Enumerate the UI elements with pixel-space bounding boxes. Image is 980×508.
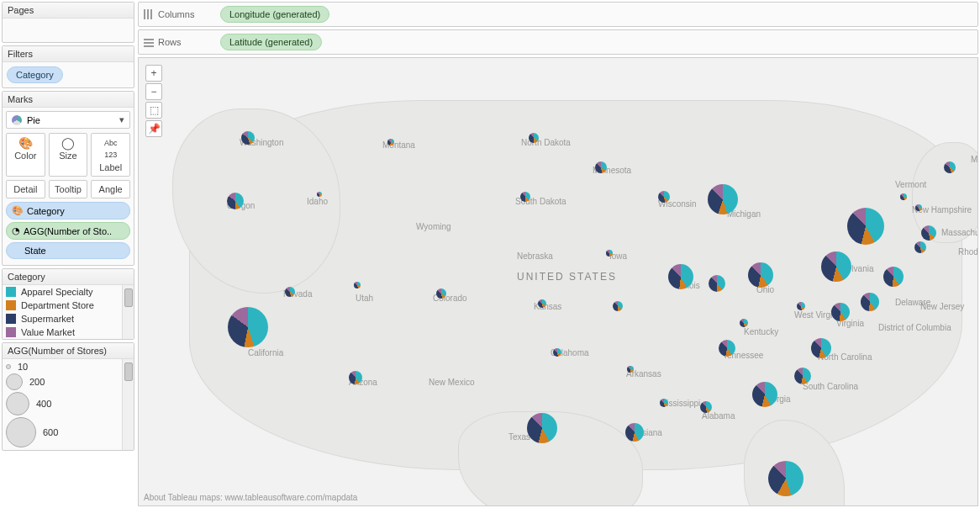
marks-card: Marks Pie ▾ 🎨Color ◯Size Abc123Label Det… — [2, 91, 134, 266]
pie-mark[interactable] — [660, 399, 668, 407]
columns-icon — [144, 9, 154, 19]
pie-mark[interactable] — [921, 225, 936, 241]
columns-pill[interactable]: Longitude (generated) — [220, 6, 329, 23]
mark-pill-color-category[interactable]: 🎨Category — [6, 202, 130, 220]
size-legend-item: 200 — [6, 373, 119, 391]
pie-mark[interactable] — [354, 282, 361, 288]
pie-mark[interactable] — [553, 348, 561, 357]
map-viz[interactable]: UNITED STATES WashingtonMontanaNorth Dak… — [138, 57, 978, 506]
legend-item[interactable]: Value Market — [3, 325, 122, 339]
pie-mark[interactable] — [613, 301, 623, 311]
pie-mark[interactable] — [900, 193, 907, 200]
pie-mark[interactable] — [752, 382, 777, 407]
filters-header: Filters — [3, 46, 134, 62]
map-state-label: New Mexico — [429, 378, 474, 387]
map-state-label: Maine — [971, 155, 978, 164]
zoom-out-button[interactable]: − — [145, 83, 162, 100]
pie-mark[interactable] — [797, 302, 805, 310]
pie-mark[interactable] — [529, 133, 539, 143]
mark-pill-detail-state[interactable]: State — [6, 242, 130, 259]
columns-shelf[interactable]: Columns Longitude (generated) — [138, 2, 978, 27]
filter-pill-category[interactable]: Category — [7, 66, 63, 83]
map-state-label: Utah — [356, 294, 373, 303]
map-zoom-controls: + − ⬚ 📌 — [145, 65, 162, 137]
map-pin-button[interactable]: 📌 — [145, 120, 162, 137]
legend-item[interactable]: Department Store — [3, 299, 122, 312]
pie-mark[interactable] — [387, 139, 394, 146]
pie-mark[interactable] — [847, 208, 884, 245]
filters-shelf[interactable]: Filters Category — [2, 45, 134, 88]
mark-size-button[interactable]: ◯Size — [49, 133, 88, 177]
pie-icon — [12, 115, 22, 125]
pie-mark[interactable] — [914, 241, 926, 253]
mark-color-button[interactable]: 🎨Color — [6, 133, 45, 177]
size-legend: AGG(Number of Stores) 10200400600 — [2, 342, 134, 451]
pie-mark[interactable] — [625, 423, 644, 442]
angle-icon: ◔ — [12, 225, 20, 236]
pie-mark[interactable] — [627, 366, 634, 373]
mark-tooltip-button[interactable]: Tooltip — [49, 180, 88, 198]
map-state-label: South Carolina — [803, 382, 858, 391]
zoom-area-button[interactable]: ⬚ — [145, 102, 162, 119]
pie-mark[interactable] — [821, 251, 851, 282]
pie-mark[interactable] — [228, 307, 268, 347]
pie-mark[interactable] — [241, 131, 255, 145]
pie-mark[interactable] — [520, 192, 530, 202]
pie-mark[interactable] — [595, 161, 607, 173]
mark-detail-button[interactable]: Detail — [6, 180, 45, 198]
pie-mark[interactable] — [527, 413, 557, 443]
legend-scrollbar[interactable] — [122, 285, 134, 339]
mark-angle-button[interactable]: Angle — [91, 180, 130, 198]
size-legend-item: 400 — [6, 391, 119, 416]
pie-mark[interactable] — [811, 338, 831, 358]
map-state-label: Texas — [508, 432, 530, 442]
map-attribution: About Tableau maps: www.tableausoftware.… — [144, 493, 357, 502]
pages-shelf[interactable]: Pages — [2, 2, 134, 43]
pie-mark[interactable] — [227, 193, 244, 209]
legend-swatch — [6, 300, 16, 310]
legend-item[interactable]: Supermarket — [3, 312, 122, 325]
mark-type-label: Pie — [27, 115, 40, 125]
color-legend: Category Apparel SpecialtyDepartment Sto… — [2, 268, 134, 340]
pie-mark[interactable] — [768, 461, 803, 496]
map-state-label: Idaho — [307, 197, 328, 206]
pie-mark[interactable] — [317, 192, 322, 197]
mark-type-select[interactable]: Pie ▾ — [6, 111, 130, 129]
pages-header: Pages — [3, 3, 134, 19]
color-icon: 🎨 — [18, 137, 33, 149]
mark-label-button[interactable]: Abc123Label — [91, 133, 130, 177]
pie-mark[interactable] — [861, 293, 879, 311]
pie-mark[interactable] — [436, 288, 446, 299]
pie-mark[interactable] — [915, 204, 922, 211]
zoom-in-button[interactable]: + — [145, 65, 162, 82]
legend-item[interactable]: Apparel Specialty — [3, 285, 122, 299]
pie-mark[interactable] — [719, 340, 735, 357]
rows-pill[interactable]: Latitude (generated) — [220, 34, 322, 50]
pie-mark[interactable] — [285, 287, 295, 297]
mark-pill-angle-agg[interactable]: ◔AGG(Number of Sto.. — [6, 222, 130, 240]
legend-swatch — [6, 287, 16, 297]
pie-mark[interactable] — [658, 191, 670, 203]
pie-mark[interactable] — [740, 319, 748, 327]
pie-mark[interactable] — [944, 161, 956, 173]
pie-mark[interactable] — [349, 371, 362, 384]
label-icon: Abc123 — [104, 137, 118, 161]
pie-mark[interactable] — [831, 303, 850, 321]
pie-mark[interactable] — [748, 262, 773, 288]
rows-shelf[interactable]: Rows Latitude (generated) — [138, 29, 978, 55]
pie-mark[interactable] — [709, 275, 725, 292]
pie-mark[interactable] — [708, 184, 738, 214]
size-legend-item: 10 — [6, 361, 119, 373]
pie-mark[interactable] — [794, 368, 811, 384]
pie-mark[interactable] — [700, 401, 712, 413]
size-legend-scrollbar[interactable] — [122, 359, 134, 450]
map-state-label: New Jersey — [920, 302, 964, 311]
rows-icon — [144, 37, 154, 47]
map-state-label: Wyoming — [416, 222, 451, 231]
pie-mark[interactable] — [668, 264, 693, 289]
map-state-label: Vermont — [895, 180, 926, 189]
map-state-label: Nebraska — [517, 251, 553, 261]
pie-mark[interactable] — [606, 250, 613, 257]
pie-mark[interactable] — [883, 267, 904, 287]
pie-mark[interactable] — [538, 299, 546, 308]
